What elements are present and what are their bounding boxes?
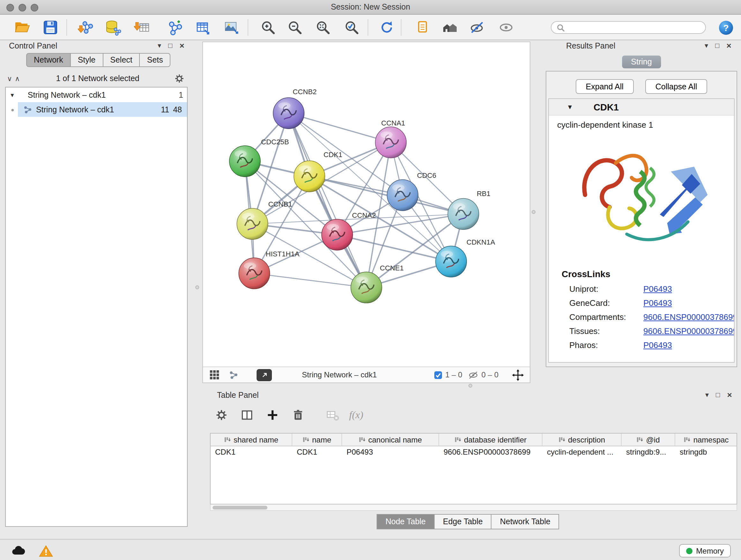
vertical-splitter-handle[interactable] xyxy=(532,210,536,214)
toggle-columns-icon[interactable] xyxy=(238,406,256,424)
table-panel-maximize-icon[interactable]: □ xyxy=(716,391,720,398)
table-cell[interactable]: 9606.ENSP00000378699 xyxy=(439,446,542,459)
zoom-fit-button[interactable] xyxy=(313,18,333,37)
import-network-database-button[interactable] xyxy=(104,18,123,37)
network-edge-CCNB2-CCNE1[interactable] xyxy=(289,113,366,287)
column-header--id[interactable]: @id xyxy=(622,434,675,446)
save-session-button[interactable] xyxy=(41,18,60,37)
network-node-CDC6[interactable] xyxy=(387,180,418,211)
string-tab-badge[interactable]: String xyxy=(622,56,661,68)
expand-all-networks-icon[interactable]: ∨ xyxy=(7,74,12,83)
crosslink-value-link[interactable]: 9606.ENSP00000378699 xyxy=(643,312,735,321)
table-tab-node-table[interactable]: Node Table xyxy=(377,514,434,530)
memory-button[interactable]: Memory xyxy=(679,544,731,557)
new-table-button[interactable] xyxy=(193,18,212,37)
table-horizontal-scrollbar[interactable] xyxy=(210,504,737,511)
network-edge-CDK1-RB1[interactable] xyxy=(309,176,463,214)
pan-crosshair-icon[interactable] xyxy=(511,368,525,382)
crosslink-label: Uniprot: xyxy=(569,284,643,294)
table-cell[interactable]: stringdb xyxy=(675,446,737,459)
network-canvas[interactable]: CCNB2CCNA1CDC25BCDK1CDC6RB1CCNB1CCNA2CDK… xyxy=(203,42,530,367)
crosslink-value-link[interactable]: P06493 xyxy=(643,298,672,307)
control-tab-style[interactable]: Style xyxy=(71,53,104,67)
warning-status-icon[interactable] xyxy=(37,542,55,560)
help-button[interactable]: ? xyxy=(716,18,735,37)
birdseye-view-icon[interactable] xyxy=(208,368,221,381)
table-panel-close-icon[interactable]: × xyxy=(727,391,732,399)
cloud-status-icon[interactable] xyxy=(9,542,27,560)
refresh-network-button[interactable] xyxy=(377,18,396,37)
results-panel-maximize-icon[interactable]: □ xyxy=(715,42,719,49)
zoom-selected-button[interactable] xyxy=(342,18,361,37)
network-node-CCNE1[interactable] xyxy=(351,272,382,303)
network-node-CCNA2[interactable] xyxy=(322,219,353,250)
table-tab-network-table[interactable]: Network Table xyxy=(492,514,559,530)
control-tab-select[interactable]: Select xyxy=(103,53,140,67)
export-image-button[interactable] xyxy=(221,18,241,37)
crosslink-value-link[interactable]: 9606.ENSP00000378699 xyxy=(643,326,735,335)
table-row[interactable]: CDK1CDK1P064939606.ENSP00000378699cyclin… xyxy=(211,446,737,459)
column-header-name[interactable]: name xyxy=(292,434,342,446)
network-node-CCNB2[interactable] xyxy=(273,98,304,129)
search-input[interactable] xyxy=(568,23,700,32)
network-node-HIST1H1A[interactable] xyxy=(239,258,270,289)
duplicate-document-button[interactable] xyxy=(412,18,431,37)
table-cell[interactable]: cyclin-dependent ... xyxy=(542,446,622,459)
table-settings-gear-icon[interactable] xyxy=(212,406,230,424)
network-node-RB1[interactable] xyxy=(448,199,479,230)
crosslink-value-link[interactable]: P06493 xyxy=(643,284,672,294)
home-networks-button[interactable] xyxy=(441,18,460,37)
table-cell[interactable]: CDK1 xyxy=(211,446,292,459)
vertical-splitter-handle[interactable] xyxy=(195,286,199,289)
control-panel-close-icon[interactable]: × xyxy=(179,42,184,50)
network-node-CDK1[interactable] xyxy=(294,161,325,192)
scrollbar-thumb[interactable] xyxy=(212,506,267,509)
delete-column-icon[interactable] xyxy=(289,406,307,424)
show-all-button[interactable] xyxy=(496,18,516,37)
network-node-CDKN1A[interactable] xyxy=(435,246,467,277)
add-column-icon[interactable] xyxy=(264,406,281,424)
table-cell[interactable]: stringdb:9... xyxy=(622,446,675,459)
network-collection-row[interactable]: ▼ String Network – cdk1 1 xyxy=(6,87,187,102)
crosslink-value-link[interactable]: P06493 xyxy=(643,340,672,350)
table-tab-edge-table[interactable]: Edge Table xyxy=(434,514,492,530)
tree-expander-icon[interactable]: ▼ xyxy=(10,91,15,98)
control-tab-network[interactable]: Network xyxy=(26,53,71,67)
new-network-button[interactable] xyxy=(166,18,185,37)
network-node-CDC25B[interactable] xyxy=(229,145,260,177)
control-panel-maximize-icon[interactable]: □ xyxy=(168,42,172,49)
zoom-in-button[interactable] xyxy=(259,18,278,37)
zoom-out-button[interactable] xyxy=(285,18,305,37)
results-panel-float-icon[interactable]: ▾ xyxy=(704,42,708,49)
hidden-eye-icon[interactable] xyxy=(468,370,479,380)
network-node-CCNA1[interactable] xyxy=(375,127,406,158)
expand-all-button[interactable]: Expand All xyxy=(576,79,634,94)
control-panel-float-icon[interactable]: ▾ xyxy=(158,42,161,49)
results-panel-close-icon[interactable]: × xyxy=(726,42,731,50)
network-edge-CCNB2-CCNA1[interactable] xyxy=(289,113,391,142)
network-edge-CCNE1-HIST1H1A[interactable] xyxy=(254,273,366,287)
collapse-all-networks-icon[interactable]: ∧ xyxy=(15,74,20,83)
table-cell[interactable]: P06493 xyxy=(342,446,439,459)
open-in-new-window-button[interactable] xyxy=(257,369,272,381)
column-header-database-identifier[interactable]: database identifier xyxy=(439,434,542,446)
column-header-namespac[interactable]: namespac xyxy=(675,434,737,446)
import-table-file-button[interactable] xyxy=(133,18,152,37)
horizontal-splitter-handle[interactable] xyxy=(468,384,472,388)
collapse-all-button[interactable]: Collapse All xyxy=(645,79,708,94)
network-options-gear-icon[interactable] xyxy=(173,72,186,85)
column-header-canonical-name[interactable]: canonical name xyxy=(342,434,439,446)
column-header-description[interactable]: description xyxy=(542,434,622,446)
column-header-shared-name[interactable]: shared name xyxy=(211,434,292,446)
control-tab-sets[interactable]: Sets xyxy=(140,53,171,67)
table-panel-float-icon[interactable]: ▾ xyxy=(705,391,709,398)
gene-collapse-icon[interactable]: ▼ xyxy=(567,104,573,111)
selected-checkbox-icon[interactable] xyxy=(433,370,443,380)
open-session-button[interactable] xyxy=(13,18,32,37)
network-node-CCNB1[interactable] xyxy=(237,208,268,240)
table-cell[interactable]: CDK1 xyxy=(292,446,342,459)
network-share-icon[interactable] xyxy=(226,368,239,381)
import-network-file-button[interactable] xyxy=(77,18,96,37)
hide-selected-button[interactable] xyxy=(468,18,487,37)
network-row-selected[interactable]: ● String Network – cdk1 11 48 xyxy=(6,102,187,117)
